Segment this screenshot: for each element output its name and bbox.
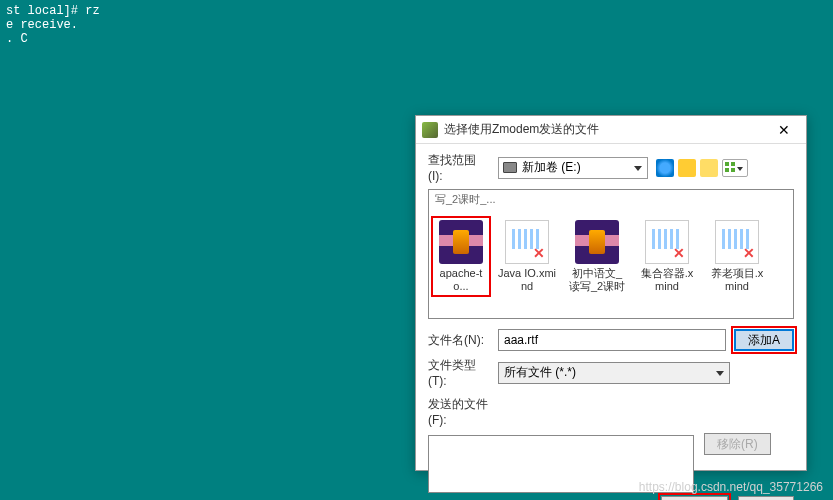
file-label: apache-to... xyxy=(435,267,487,293)
file-item[interactable]: 集合容器.xmind xyxy=(637,220,697,293)
file-item[interactable]: Java IO.xmind xyxy=(497,220,557,293)
file-label: 初中语文_读写_2课时_... xyxy=(567,267,627,293)
add-button[interactable]: 添加A xyxy=(734,329,794,351)
ok-button[interactable]: 确定(O) xyxy=(661,496,728,500)
drive-icon xyxy=(503,162,517,173)
xmind-icon xyxy=(715,220,759,264)
view-mode-icon[interactable] xyxy=(722,159,748,177)
file-label: 养老项目.xmind xyxy=(707,267,767,293)
scope-dropdown[interactable]: 新加卷 (E:) xyxy=(498,157,648,179)
file-item[interactable]: 养老项目.xmind xyxy=(707,220,767,293)
xmind-icon xyxy=(645,220,689,264)
xmind-icon xyxy=(505,220,549,264)
back-icon[interactable] xyxy=(656,159,674,177)
terminal-output: st local]# rz e receive. . C xyxy=(0,0,106,50)
filename-label: 文件名(N): xyxy=(428,332,490,349)
rar-icon xyxy=(575,220,619,264)
nav-icons xyxy=(656,159,748,177)
sendfiles-label: 发送的文件(F): xyxy=(428,396,490,427)
file-label: 集合容器.xmind xyxy=(637,267,697,293)
cancel-button[interactable]: 取消 xyxy=(738,496,794,500)
close-button[interactable]: ✕ xyxy=(768,118,800,142)
filetype-dropdown[interactable]: 所有文件 (*.*) xyxy=(498,362,730,384)
file-item[interactable]: apache-to... xyxy=(431,216,491,297)
dialog-title: 选择使用Zmodem发送的文件 xyxy=(444,121,768,138)
filetype-label: 文件类型(T): xyxy=(428,357,490,388)
up-icon[interactable] xyxy=(678,159,696,177)
watermark: https://blog.csdn.net/qq_35771266 xyxy=(639,480,823,494)
titlebar: 选择使用Zmodem发送的文件 ✕ xyxy=(416,116,806,144)
file-label: Java IO.xmind xyxy=(497,267,557,293)
file-browser[interactable]: 写_2课时_... apache-to...Java IO.xmind初中语文_… xyxy=(428,189,794,319)
file-item[interactable]: 初中语文_读写_2课时_... xyxy=(567,220,627,293)
app-icon xyxy=(422,122,438,138)
rar-icon xyxy=(439,220,483,264)
cutoff-row: 写_2课时_... xyxy=(435,192,787,210)
file-dialog: 选择使用Zmodem发送的文件 ✕ 查找范围(I): 新加卷 (E:) 写_2课… xyxy=(415,115,807,471)
new-folder-icon[interactable] xyxy=(700,159,718,177)
remove-button[interactable]: 移除(R) xyxy=(704,433,771,455)
scope-label: 查找范围(I): xyxy=(428,152,490,183)
scope-value: 新加卷 (E:) xyxy=(522,159,581,176)
filename-input[interactable] xyxy=(498,329,726,351)
